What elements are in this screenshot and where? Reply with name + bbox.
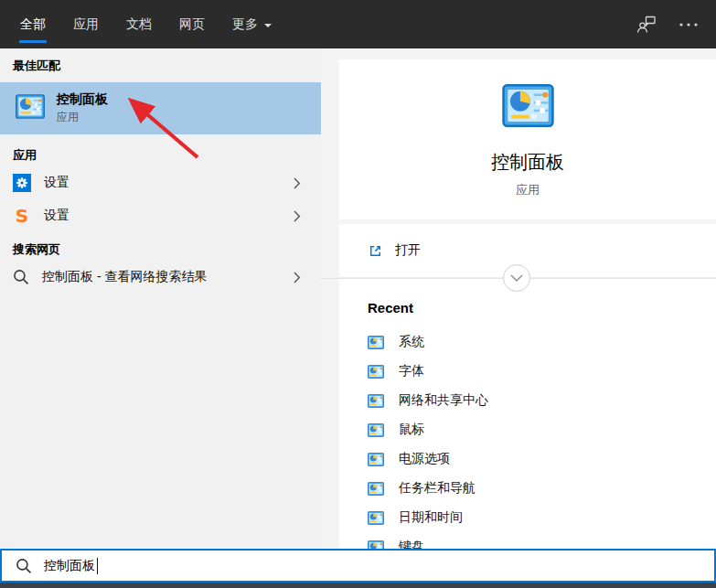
chevron-right-icon <box>294 272 301 283</box>
tab-web-label: 网页 <box>179 16 205 33</box>
recent-section: Recent 系统 字体 <box>339 279 716 549</box>
best-match-header: 最佳匹配 <box>0 58 321 74</box>
text-cursor <box>97 558 98 574</box>
topbar-actions <box>636 0 700 48</box>
apps-header: 应用 <box>0 147 321 164</box>
recent-header: Recent <box>368 300 716 315</box>
tab-documents[interactable]: 文档 <box>126 0 152 48</box>
search-web-header: 搜索网页 <box>0 241 321 258</box>
control-panel-icon-small <box>368 336 384 349</box>
recent-item-label: 网络和共享中心 <box>399 392 488 409</box>
best-match-subtitle: 应用 <box>57 110 108 125</box>
tab-more-label: 更多 <box>232 16 258 33</box>
preview-app-title: 控制面板 <box>491 150 564 175</box>
control-panel-icon-small <box>368 511 384 525</box>
control-panel-icon-small <box>368 394 384 408</box>
control-panel-icon <box>16 94 45 123</box>
tab-apps[interactable]: 应用 <box>73 0 99 48</box>
control-panel-icon-small <box>368 365 384 379</box>
chevron-down-icon <box>510 274 523 283</box>
expand-button[interactable] <box>503 264 530 292</box>
web-search-query: 控制面板 <box>42 269 93 285</box>
result-row-label: 设置 <box>44 175 69 191</box>
recent-item-label: 字体 <box>399 363 424 380</box>
recent-item-label: 鼠标 <box>399 422 424 438</box>
result-row-label: 设置 <box>44 208 69 224</box>
web-search-suffix: - 查看网络搜索结果 <box>97 269 208 285</box>
result-row-settings-sublime[interactable]: S 设置 <box>0 202 321 230</box>
feedback-icon[interactable] <box>636 14 657 36</box>
preview-panel: 控制面板 应用 打开 Recent <box>321 48 716 549</box>
best-match-item[interactable]: 控制面板 应用 <box>0 82 321 134</box>
best-match-text: 控制面板 应用 <box>57 91 108 125</box>
chevron-down-icon <box>264 24 272 31</box>
tab-apps-label: 应用 <box>73 16 99 33</box>
taskbar-edge <box>0 583 716 588</box>
control-panel-icon-small <box>368 423 384 437</box>
search-filter-bar: 全部 应用 文档 网页 更多 <box>0 0 716 48</box>
control-panel-icon-large <box>502 84 554 131</box>
search-input[interactable]: 控制面板 <box>0 549 716 583</box>
search-icon <box>16 558 32 574</box>
recent-item[interactable]: 鼠标 <box>339 415 716 444</box>
tab-all[interactable]: 全部 <box>20 0 46 48</box>
recent-item[interactable]: 字体 <box>339 357 716 386</box>
sublime-text-icon: S <box>13 207 31 225</box>
control-panel-icon-small <box>368 482 384 496</box>
recent-item-label: 系统 <box>399 334 424 350</box>
recent-item[interactable]: 网络和共享中心 <box>339 386 716 415</box>
tab-all-label: 全部 <box>20 16 46 33</box>
best-match-title: 控制面板 <box>57 91 108 107</box>
recent-item-label: 电源选项 <box>399 451 450 467</box>
tab-documents-label: 文档 <box>126 16 152 33</box>
recent-item[interactable]: 电源选项 <box>339 444 716 474</box>
control-panel-icon-small <box>368 453 384 466</box>
open-action-label: 打开 <box>395 242 421 259</box>
windows-search-flyout: 全部 应用 文档 网页 更多 <box>0 0 716 588</box>
recent-item-label: 日期和时间 <box>399 509 463 526</box>
windows-settings-icon <box>13 174 31 192</box>
recent-item[interactable]: 系统 <box>339 327 716 357</box>
app-preview-card: 控制面板 应用 <box>339 59 716 219</box>
tab-web[interactable]: 网页 <box>179 0 205 48</box>
web-search-row[interactable]: 控制面板 - 查看网络搜索结果 <box>0 263 321 291</box>
tab-more[interactable]: 更多 <box>232 0 272 48</box>
open-external-icon <box>368 243 383 259</box>
preview-app-subtitle: 应用 <box>516 182 540 198</box>
chevron-right-icon <box>294 177 301 189</box>
result-row-settings[interactable]: 设置 <box>0 169 321 197</box>
results-panel: 最佳匹配 控制面板 应用 应用 <box>0 48 321 549</box>
recent-item[interactable]: 任务栏和导航 <box>339 474 716 503</box>
search-icon <box>13 269 29 285</box>
chevron-right-icon <box>294 210 301 222</box>
recent-item[interactable]: 日期和时间 <box>339 503 716 532</box>
search-input-value: 控制面板 <box>44 558 95 574</box>
search-filter-tabs: 全部 应用 文档 网页 更多 <box>20 0 299 48</box>
recent-list: 系统 字体 网络和共享中心 <box>339 327 716 561</box>
recent-item-label: 任务栏和导航 <box>399 480 476 497</box>
more-options-icon[interactable] <box>678 14 700 36</box>
